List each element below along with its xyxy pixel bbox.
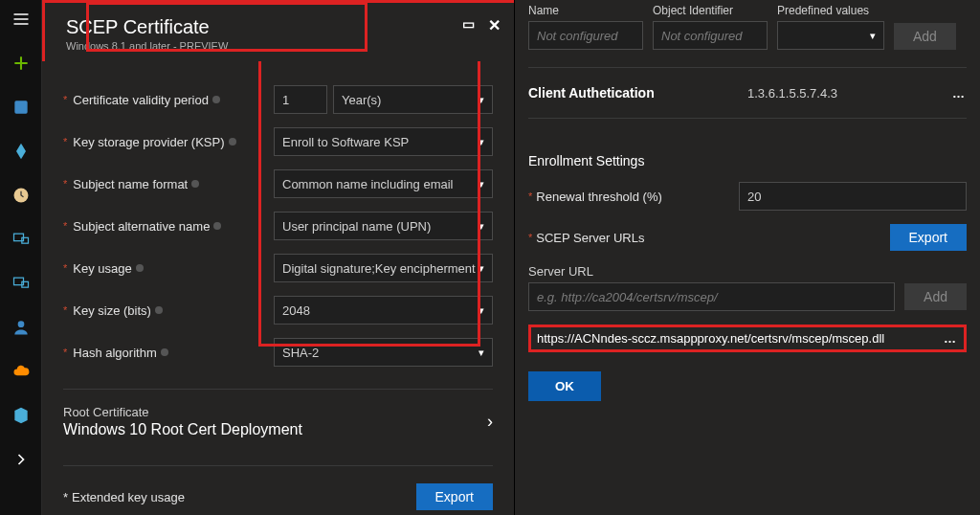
url-entry-row: https://ACNndes-sccz.msappproxy.net/cert… xyxy=(528,325,967,352)
chevron-down-icon: ▾ xyxy=(479,220,484,233)
info-icon[interactable] xyxy=(212,96,220,103)
svg-point-6 xyxy=(17,321,24,327)
subject-select[interactable]: Common name including email▾ xyxy=(274,169,493,198)
export-urls-button[interactable]: Export xyxy=(890,224,967,251)
row-ksp: *Key storage provider (KSP) Enroll to So… xyxy=(63,121,493,163)
chevron-down-icon: ▾ xyxy=(479,262,484,275)
cloud-icon[interactable] xyxy=(10,360,33,383)
chevron-right-icon: › xyxy=(487,412,493,432)
chevron-right-icon[interactable] xyxy=(10,448,33,471)
server-url-block: Server URL e.g. http://ca2004/certsrv/ms… xyxy=(528,264,967,311)
more-icon[interactable]: … xyxy=(952,86,967,101)
eku-input-row: Name Not configured Object Identifier No… xyxy=(528,4,967,50)
chevron-down-icon: ▾ xyxy=(870,30,876,42)
eku-add-button[interactable]: Add xyxy=(894,23,956,50)
right-panel: Name Not configured Object Identifier No… xyxy=(515,0,980,515)
info-icon[interactable] xyxy=(161,348,168,356)
keysize-select[interactable]: 2048▾ xyxy=(274,296,493,325)
row-san: *Subject alternative name User principal… xyxy=(63,205,493,247)
info-icon[interactable] xyxy=(155,306,163,314)
enrollment-settings-header: Enrollment Settings xyxy=(528,153,967,168)
diamond-icon[interactable] xyxy=(10,140,33,163)
chevron-down-icon: ▾ xyxy=(479,347,484,359)
ksp-select[interactable]: Enroll to Software KSP▾ xyxy=(274,127,493,156)
devices2-icon[interactable] xyxy=(10,272,33,295)
chevron-down-icon: ▾ xyxy=(479,94,484,106)
renewal-threshold-input[interactable]: 20 xyxy=(739,182,967,211)
row-scep-urls: *SCEP Server URLs Export xyxy=(528,224,967,251)
info-icon[interactable] xyxy=(136,264,144,272)
chevron-down-icon: ▾ xyxy=(479,136,484,148)
dashboard-icon[interactable] xyxy=(10,96,33,119)
san-select[interactable]: User principal name (UPN)▾ xyxy=(274,212,493,240)
maximize-icon[interactable]: ▭ xyxy=(462,16,475,34)
chevron-down-icon: ▾ xyxy=(479,178,484,190)
scep-panel: SCEP Certificate Windows 8.1 and later -… xyxy=(42,0,515,515)
client-auth-row: Client Authetication 1.3.6.1.5.5.7.4.3 … xyxy=(528,79,967,106)
more-icon[interactable]: … xyxy=(944,331,958,346)
eku-predefined-select[interactable]: ▾ xyxy=(777,21,884,50)
chevron-down-icon: ▾ xyxy=(479,304,484,317)
hash-select[interactable]: SHA-2▾ xyxy=(274,338,493,367)
page-title: SCEP Certificate xyxy=(66,16,228,38)
hamburger-icon[interactable] xyxy=(10,8,33,31)
export-eku-button[interactable]: Export xyxy=(416,483,493,510)
add-icon[interactable] xyxy=(10,52,33,75)
row-subject: *Subject name format Common name includi… xyxy=(63,163,493,205)
root-certificate-row[interactable]: Root Certificate Windows 10 Root Cert De… xyxy=(63,399,493,450)
row-keysize: *Key size (bits) 2048▾ xyxy=(63,289,493,331)
server-url-input[interactable]: e.g. http://ca2004/certsrv/mscep/ xyxy=(528,282,895,311)
keyusage-select[interactable]: Digital signature;Key encipherment▾ xyxy=(274,254,493,282)
info-icon[interactable] xyxy=(229,138,236,146)
info-icon[interactable] xyxy=(213,222,221,230)
row-validity: *Certificate validity period 1 Year(s)▾ xyxy=(63,78,493,121)
row-eku: *Extended key usage Export xyxy=(63,476,493,510)
devices-icon[interactable] xyxy=(10,228,33,251)
ok-button[interactable]: OK xyxy=(528,371,601,401)
svg-rect-0 xyxy=(14,101,27,113)
clock-icon[interactable] xyxy=(10,184,33,207)
info-icon[interactable] xyxy=(191,180,199,188)
form-area: *Certificate validity period 1 Year(s)▾ … xyxy=(42,61,514,515)
user-icon[interactable] xyxy=(10,316,33,339)
validity-value-input[interactable]: 1 xyxy=(274,85,327,114)
page-subtitle: Windows 8.1 and later - PREVIEW xyxy=(66,40,228,52)
panel-header: SCEP Certificate Windows 8.1 and later -… xyxy=(42,0,514,61)
cube-icon[interactable] xyxy=(10,404,33,427)
validity-unit-select[interactable]: Year(s)▾ xyxy=(333,85,493,114)
url-add-button[interactable]: Add xyxy=(904,283,967,310)
eku-oid-input[interactable]: Not configured xyxy=(653,21,768,50)
nav-rail xyxy=(0,0,42,515)
row-keyusage: *Key usage Digital signature;Key enciphe… xyxy=(63,247,493,289)
close-icon[interactable]: ✕ xyxy=(488,16,501,34)
row-hash: *Hash algorithm SHA-2▾ xyxy=(63,331,493,373)
row-renewal: *Renewal threshold (%) 20 xyxy=(528,182,967,211)
eku-name-input[interactable]: Not configured xyxy=(528,21,643,50)
